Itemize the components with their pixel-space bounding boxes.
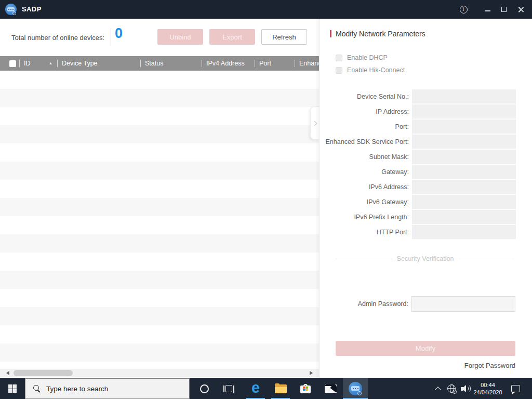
table-row xyxy=(0,252,319,271)
panel-title: Modify Network Parameters xyxy=(330,30,425,38)
task-view-button[interactable] xyxy=(217,378,242,399)
security-verification-label: Security Verification xyxy=(397,255,454,262)
volume-button[interactable] xyxy=(459,378,473,399)
ipv6-address-input[interactable] xyxy=(412,180,516,194)
table-row xyxy=(0,162,319,180)
maximize-icon xyxy=(501,7,507,12)
form-row: Enhanced SDK Service Port: xyxy=(320,134,516,149)
cortana-button[interactable] xyxy=(192,378,217,399)
export-button[interactable]: Export xyxy=(209,29,255,45)
clock-date: 24/04/2020 xyxy=(472,389,504,396)
table-row xyxy=(0,180,319,198)
form-row: Port: xyxy=(320,119,516,134)
form-row: IPv6 Gateway: xyxy=(320,194,516,209)
window-body: Total number of online devices: 0 Unbind… xyxy=(0,19,532,378)
minimize-icon xyxy=(485,10,490,11)
total-devices-count: 0 xyxy=(115,25,123,42)
titlebar: SADP i xyxy=(0,0,532,19)
maximize-button[interactable] xyxy=(496,0,512,19)
taskbar-item-file-explorer[interactable] xyxy=(268,378,293,399)
action-center-icon xyxy=(511,385,520,392)
ip-address-label: IP Address: xyxy=(320,108,412,115)
device-serial-no-label: Device Serial No.: xyxy=(320,93,412,100)
gateway-label: Gateway: xyxy=(320,168,412,176)
table-row xyxy=(0,307,319,325)
enable-dhcp-row: Enable DHCP xyxy=(336,54,388,61)
taskbar-clock[interactable]: 00:44 24/04/2020 xyxy=(472,381,504,396)
clock-time: 00:44 xyxy=(472,381,504,389)
gateway-input[interactable] xyxy=(412,165,516,179)
subnet-mask-label: Subnet Mask: xyxy=(320,153,412,161)
show-hidden-icons-button[interactable] xyxy=(432,378,444,399)
table-row xyxy=(0,343,319,362)
close-button[interactable] xyxy=(512,0,529,19)
minimize-button[interactable] xyxy=(479,0,496,19)
forgot-password-link[interactable]: Forgot Password xyxy=(464,362,515,369)
column-header-ipv4-address[interactable]: IPv4 Address xyxy=(202,56,255,71)
column-header-enhanced-sdk-service-port[interactable]: Enhanced SDK Service Port xyxy=(295,56,319,71)
port-input[interactable] xyxy=(412,119,516,134)
form-row: HTTP Port: xyxy=(320,224,516,240)
search-icon xyxy=(33,384,41,393)
sadp-logo-icon xyxy=(5,4,17,15)
device-serial-no-input[interactable] xyxy=(412,89,516,104)
column-header-status[interactable]: Status xyxy=(140,56,202,71)
table-row xyxy=(0,198,319,216)
http-port-input[interactable] xyxy=(412,225,516,240)
column-header-device-type[interactable]: Device Type xyxy=(57,56,140,71)
sort-asc-icon[interactable]: ▲ xyxy=(49,56,52,71)
enable-dhcp-label: Enable DHCP xyxy=(347,54,388,61)
admin-password-row: Admin Password: xyxy=(320,296,515,312)
horizontal-scrollbar[interactable] xyxy=(0,369,319,377)
scrollbar-thumb[interactable] xyxy=(14,370,73,376)
edge-icon: e xyxy=(251,380,260,395)
ipv6-gateway-input[interactable] xyxy=(412,195,516,209)
panel-title-text: Modify Network Parameters xyxy=(336,30,425,38)
scroll-right-arrow-icon[interactable] xyxy=(310,371,313,375)
subnet-mask-input[interactable] xyxy=(412,150,516,164)
unbind-button[interactable]: Unbind xyxy=(157,29,203,45)
sadp-taskbar-icon xyxy=(349,382,362,395)
microsoft-store-icon xyxy=(300,384,311,393)
device-table-body xyxy=(0,71,319,369)
taskbar-search-input[interactable] xyxy=(46,385,176,393)
ip-address-input[interactable] xyxy=(412,104,516,119)
red-accent-bar xyxy=(330,30,331,37)
start-button[interactable] xyxy=(0,378,25,399)
ipv6-address-label: IPv6 Address: xyxy=(320,183,412,191)
column-header-port[interactable]: Port xyxy=(255,56,295,71)
enable-hik-connect-checkbox[interactable] xyxy=(336,67,342,74)
collapse-panel-tab[interactable] xyxy=(310,107,319,140)
modify-button[interactable]: Modify xyxy=(336,341,515,356)
app-title: SADP xyxy=(22,5,42,13)
taskbar-item-edge[interactable]: e xyxy=(243,378,268,399)
scroll-left-arrow-icon[interactable] xyxy=(6,371,9,375)
table-row xyxy=(0,143,319,162)
form-row: Gateway: xyxy=(320,164,516,179)
taskbar-item-mail[interactable] xyxy=(318,378,343,399)
close-icon xyxy=(517,6,524,13)
info-button[interactable]: i xyxy=(455,0,472,19)
no-internet-globe-icon xyxy=(447,384,456,393)
select-all-checkbox[interactable] xyxy=(9,60,16,67)
taskbar-item-microsoft-store[interactable] xyxy=(293,378,318,399)
ipv6-prefix-length-input[interactable] xyxy=(412,210,516,224)
device-table-header: ID ▲ Device Type Status IPv4 Address Por… xyxy=(0,56,319,71)
form-row: IP Address: xyxy=(320,104,516,119)
toolbar: Total number of online devices: 0 Unbind… xyxy=(0,19,319,56)
task-view-icon xyxy=(223,384,235,393)
ipv6-prefix-length-label: IPv6 Prefix Length: xyxy=(320,214,412,221)
network-status-button[interactable] xyxy=(445,378,458,399)
action-center-button[interactable] xyxy=(506,378,525,399)
admin-password-input[interactable] xyxy=(411,296,515,312)
taskbar-item-sadp-active[interactable] xyxy=(343,378,368,399)
enable-dhcp-checkbox[interactable] xyxy=(336,55,342,61)
refresh-button[interactable]: Refresh xyxy=(261,29,307,45)
security-verification-divider: Security Verification xyxy=(336,255,515,262)
enhanced-sdk-service-port-input[interactable] xyxy=(412,135,516,149)
table-row xyxy=(0,289,319,307)
device-list-area: Total number of online devices: 0 Unbind… xyxy=(0,19,319,378)
column-header-id[interactable]: ID ▲ xyxy=(19,56,57,71)
taskbar-search-box[interactable] xyxy=(25,378,190,399)
table-row xyxy=(0,71,319,89)
